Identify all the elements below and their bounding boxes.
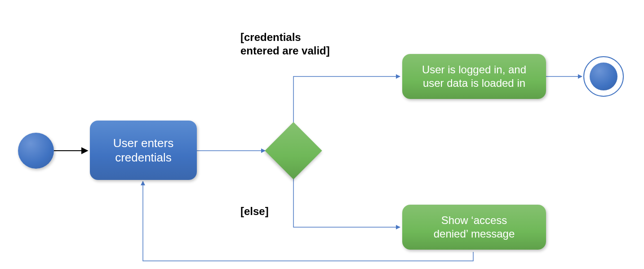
guard-else: [else] [240, 205, 269, 218]
final-node-inner-icon [590, 63, 617, 90]
guard-else-text: [else] [240, 205, 269, 217]
edge-decision-to-access-denied [293, 179, 400, 227]
edge-decision-to-logged-in [293, 76, 400, 122]
activity-diagram: User enters credentials [credentials ent… [0, 0, 644, 269]
activity-logged-in: User is logged in, and user data is load… [402, 54, 546, 99]
initial-node [18, 133, 54, 169]
final-node [583, 56, 624, 97]
activity-access-denied-label: Show ‘access denied’ message [434, 214, 515, 241]
decision-diamond-icon [265, 122, 322, 179]
activity-access-denied: Show ‘access denied’ message [402, 205, 546, 250]
guard-valid: [credentials entered are valid] [240, 31, 366, 58]
decision-node [273, 130, 314, 171]
guard-valid-text: [credentials entered are valid] [240, 31, 330, 57]
activity-enter-credentials: User enters credentials [90, 121, 197, 180]
activity-logged-in-label: User is logged in, and user data is load… [422, 63, 526, 90]
activity-enter-credentials-label: User enters credentials [113, 136, 173, 165]
